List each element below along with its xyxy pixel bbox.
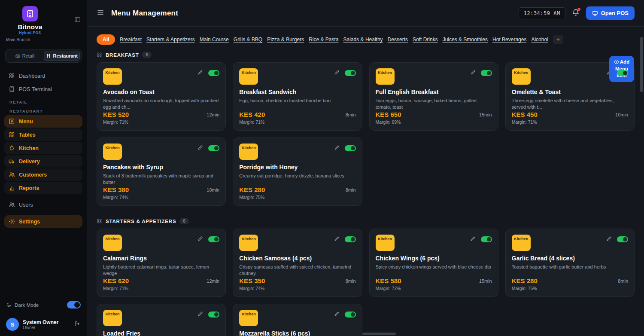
availability-toggle[interactable] [208, 70, 219, 76]
availability-toggle[interactable] [345, 70, 356, 76]
mode-retail-button[interactable]: Retail [7, 51, 43, 61]
item-name: Omelette & Toast [512, 89, 628, 95]
sidebar-item-customers[interactable]: Customers [4, 168, 82, 181]
item-price: KES 280 [239, 186, 265, 193]
content-scroll-area: All Breakfast Starters & Appetizers Main… [87, 27, 644, 336]
availability-toggle[interactable] [208, 312, 219, 318]
flame-icon [9, 145, 15, 151]
availability-toggle[interactable] [208, 145, 219, 151]
top-header: Menu Management 12:34:59 AM Open POS [87, 0, 644, 27]
sidebar-item-tables[interactable]: Tables [4, 128, 82, 141]
availability-toggle[interactable] [208, 236, 219, 242]
tab-desserts[interactable]: Desserts [388, 37, 408, 43]
add-menu-item-button[interactable]: Add Menu Item [609, 56, 634, 82]
menu-item-card: Kitchen Avocado on Toast Smashed avocado… [97, 62, 226, 131]
station-badge: Kitchen [512, 235, 531, 251]
item-name: Calamari Rings [103, 255, 219, 262]
edit-item-icon[interactable] [334, 69, 340, 77]
prep-time: 10min [615, 112, 628, 117]
tab-rice-pasta[interactable]: Rice & Pasta [309, 37, 338, 43]
edit-item-icon[interactable] [334, 144, 340, 152]
menu-item-card: Kitchen Mozzarella Sticks (6 pcs) Deep f… [233, 304, 362, 336]
delivery-truck-icon [9, 158, 15, 165]
tab-juices-smoothies[interactable]: Juices & Smoothies [443, 37, 488, 43]
edit-item-icon[interactable] [334, 311, 340, 318]
tab-starters-appetizers[interactable]: Starters & Appetizers [146, 37, 195, 43]
tab-all[interactable]: All [97, 34, 115, 45]
user-name: System Owner [23, 319, 58, 325]
item-description: Egg, bacon, cheddar in toasted brioche b… [239, 98, 355, 111]
main-area: Menu Management 12:34:59 AM Open POS All… [87, 0, 644, 336]
tab-grills-bbq[interactable]: Grills & BBQ [234, 37, 262, 43]
sidebar-item-reports[interactable]: Reports [4, 182, 82, 194]
edit-item-icon[interactable] [606, 235, 612, 243]
item-price: KES 280 [512, 277, 538, 284]
item-description: Creamy oat porridge, honey drizzle, bana… [239, 173, 355, 186]
tab-alcohol[interactable]: Alcohol [531, 37, 548, 43]
horizontal-scrollbar[interactable] [362, 333, 396, 335]
item-margin: Margin: 71% [103, 119, 219, 125]
tab-breakfast[interactable]: Breakfast [120, 37, 142, 43]
availability-toggle[interactable] [617, 70, 628, 76]
edit-item-icon[interactable] [197, 144, 204, 152]
sidebar-item-label: Users [19, 202, 33, 208]
edit-item-icon[interactable] [470, 235, 476, 243]
mode-restaurant-button[interactable]: Restaurant [44, 51, 80, 61]
edit-item-icon[interactable] [197, 235, 204, 243]
sidebar-item-label: Customers [19, 172, 47, 178]
edit-item-icon[interactable] [197, 311, 204, 318]
item-name: Full English Breakfast [376, 89, 492, 95]
edit-item-icon[interactable] [334, 235, 340, 243]
mode-toggle: Retail Restaurant [5, 49, 82, 63]
add-category-button[interactable]: + [553, 35, 563, 44]
dark-mode-label: Dark Mode [15, 302, 39, 308]
item-description: Crispy samosas stuffed with spiced chick… [239, 264, 355, 277]
prep-time: 12min [207, 112, 219, 117]
sidebar-item-label: Delivery [19, 159, 40, 165]
sidebar-item-users[interactable]: Users [4, 199, 82, 211]
dark-mode-toggle[interactable] [67, 301, 81, 309]
sidebar-item-settings[interactable]: Settings [4, 215, 82, 228]
sidebar-item-menu[interactable]: Menu [4, 115, 82, 128]
item-description: Toasted baguette with garlic butter and … [512, 264, 628, 277]
edit-item-icon[interactable] [197, 69, 204, 77]
tab-pizza-burgers[interactable]: Pizza & Burgers [267, 37, 304, 43]
customers-icon [9, 171, 15, 178]
notifications-bell-icon[interactable] [572, 9, 580, 18]
item-name: Pancakes with Syrup [103, 164, 219, 171]
availability-toggle[interactable] [481, 70, 492, 76]
tab-soft-drinks[interactable]: Soft Drinks [413, 37, 438, 43]
tab-main-course[interactable]: Main Course [200, 37, 229, 43]
vertical-scrollbar[interactable] [640, 37, 643, 92]
availability-toggle[interactable] [345, 145, 356, 151]
sidebar-item-dashboard[interactable]: Dashboard [4, 70, 82, 82]
sidebar-item-pos-terminal[interactable]: POS Terminal [4, 83, 82, 95]
availability-toggle[interactable] [617, 236, 628, 242]
collapse-sidebar-icon[interactable] [74, 16, 81, 24]
moon-icon [6, 302, 12, 308]
item-margin: Margin: 75% [512, 286, 628, 291]
station-badge: Kitchen [103, 235, 122, 251]
logout-icon[interactable] [74, 321, 81, 329]
tab-salads-healthy[interactable]: Salads & Healthy [343, 37, 383, 43]
hamburger-menu-icon[interactable] [97, 9, 104, 18]
branch-name: Main Branch [6, 37, 87, 42]
tab-hot-beverages[interactable]: Hot Beverages [492, 37, 526, 43]
item-name: Breakfast Sandwich [239, 89, 355, 95]
sidebar-item-label: Kitchen [19, 145, 39, 151]
section-grid-icon [97, 52, 102, 58]
open-pos-button[interactable]: Open POS [586, 6, 635, 20]
starters-grid: Kitchen Calamari Rings Lightly battered … [87, 229, 644, 336]
item-margin: Margin: 69% [376, 119, 492, 125]
menu-book-icon [9, 118, 15, 125]
availability-toggle[interactable] [345, 312, 356, 318]
availability-toggle[interactable] [481, 236, 492, 242]
sidebar-item-delivery[interactable]: Delivery [4, 155, 82, 168]
availability-toggle[interactable] [345, 236, 356, 242]
clock-display: 12:34:59 AM [519, 7, 565, 19]
pos-monitor-icon [592, 10, 598, 16]
sidebar-item-kitchen[interactable]: Kitchen [4, 142, 82, 154]
edit-item-icon[interactable] [470, 69, 476, 77]
station-badge: Kitchen [239, 68, 258, 85]
item-margin: Margin: 75% [239, 195, 355, 200]
